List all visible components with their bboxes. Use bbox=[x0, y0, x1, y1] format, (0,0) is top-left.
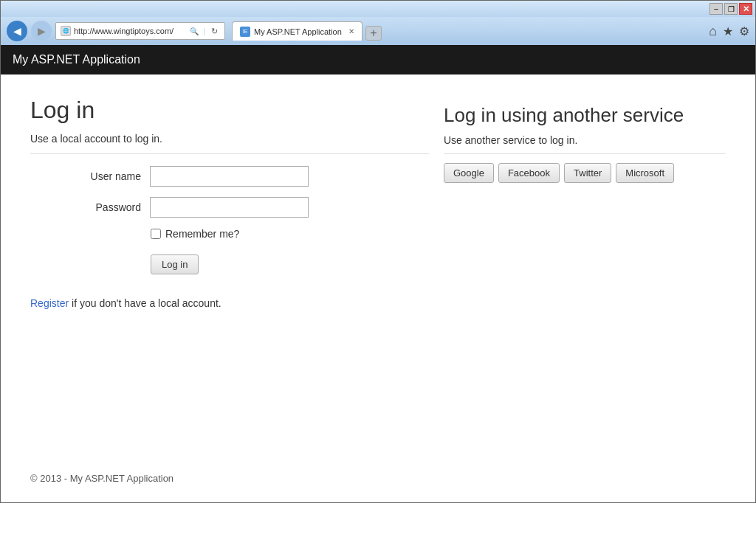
google-button[interactable]: Google bbox=[444, 163, 494, 183]
register-link[interactable]: Register bbox=[30, 297, 69, 309]
register-suffix: if you don't have a local account. bbox=[69, 297, 221, 309]
password-label: Password bbox=[75, 201, 141, 213]
right-section: Log in using another service Use another… bbox=[429, 97, 726, 480]
username-group: User name bbox=[75, 166, 429, 187]
page-footer: © 2013 - My ASP.NET Application bbox=[30, 471, 173, 485]
remember-group: Remember me? bbox=[151, 228, 429, 240]
new-tab-button[interactable]: + bbox=[365, 26, 382, 41]
local-account-subtitle: Use a local account to log in. bbox=[30, 133, 429, 154]
close-button[interactable]: ✕ bbox=[739, 3, 752, 15]
search-button[interactable]: 🔍 bbox=[188, 25, 200, 37]
browser-toolbar: ◀ ▶ 🌐 🔍 | ↻ IE My ASP.NET Application ✕ … bbox=[1, 17, 755, 45]
refresh-button[interactable]: ↻ bbox=[208, 25, 220, 37]
login-button[interactable]: Log in bbox=[151, 254, 199, 274]
active-tab[interactable]: IE My ASP.NET Application ✕ bbox=[232, 21, 362, 41]
remember-label: Remember me? bbox=[165, 228, 239, 240]
username-label: User name bbox=[75, 170, 141, 182]
service-buttons: Google Facebook Twitter Microsoft bbox=[444, 163, 726, 183]
tab-label: My ASP.NET Application bbox=[254, 27, 342, 36]
tab-favicon: IE bbox=[240, 27, 250, 37]
app-navbar: My ASP.NET Application bbox=[1, 45, 755, 75]
minimize-button[interactable]: − bbox=[709, 3, 723, 15]
app-title: My ASP.NET Application bbox=[13, 53, 140, 66]
settings-button[interactable]: ⚙ bbox=[739, 24, 749, 38]
tab-close-icon[interactable]: ✕ bbox=[348, 27, 354, 35]
browser-window: − ❐ ✕ ◀ ▶ 🌐 🔍 | ↻ IE My ASP.NET Applicat… bbox=[0, 0, 756, 503]
back-button[interactable]: ◀ bbox=[7, 21, 27, 41]
social-subtitle: Use another service to log in. bbox=[444, 134, 726, 154]
twitter-button[interactable]: Twitter bbox=[564, 163, 611, 183]
title-bar: − ❐ ✕ bbox=[1, 1, 755, 17]
url-input[interactable] bbox=[74, 27, 185, 35]
page-body: Log in Use a local account to log in. Us… bbox=[1, 75, 755, 502]
restore-button[interactable]: ❐ bbox=[724, 3, 738, 15]
remember-checkbox[interactable] bbox=[151, 229, 161, 239]
microsoft-button[interactable]: Microsoft bbox=[616, 163, 674, 183]
address-bar[interactable]: 🌐 🔍 | ↻ bbox=[55, 22, 225, 40]
page-heading: Log in bbox=[30, 97, 429, 124]
home-button[interactable]: ⌂ bbox=[709, 24, 717, 39]
login-button-group: Log in bbox=[151, 254, 429, 274]
tab-container: IE My ASP.NET Application ✕ + bbox=[232, 21, 705, 41]
browser-right-icons: ⌂ ★ ⚙ bbox=[709, 24, 749, 39]
separator: | bbox=[203, 27, 205, 35]
page-icon: 🌐 bbox=[61, 26, 71, 36]
register-text: Register if you don't have a local accou… bbox=[30, 297, 221, 309]
forward-button[interactable]: ▶ bbox=[31, 21, 52, 41]
facebook-button[interactable]: Facebook bbox=[498, 163, 560, 183]
social-heading: Log in using another service bbox=[444, 104, 726, 127]
password-group: Password bbox=[75, 197, 429, 218]
left-section: Log in Use a local account to log in. Us… bbox=[30, 97, 429, 480]
password-input[interactable] bbox=[150, 197, 309, 218]
username-input[interactable] bbox=[150, 166, 309, 187]
footer-text: © 2013 - My ASP.NET Application bbox=[30, 473, 173, 484]
favorites-button[interactable]: ★ bbox=[723, 24, 733, 38]
register-section: Register if you don't have a local accou… bbox=[30, 297, 429, 310]
